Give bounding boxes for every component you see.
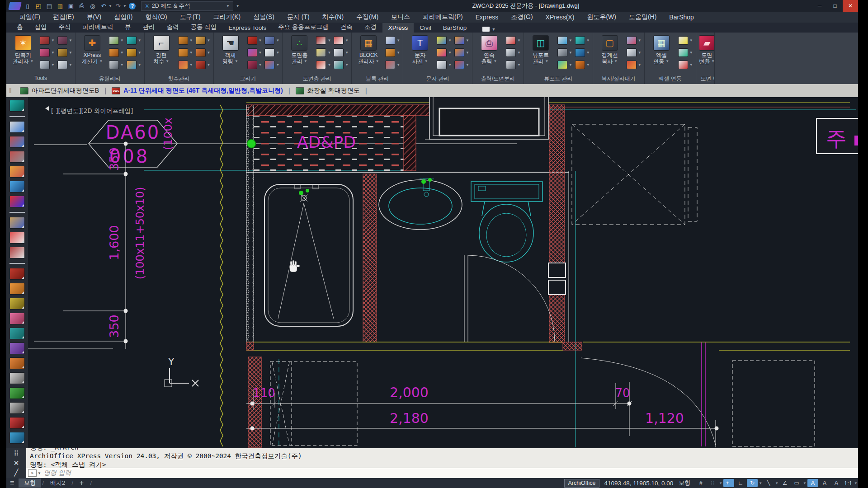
viewport-label[interactable]: [-][평면도][2D 와이어프레임] (45, 106, 133, 114)
slope-line-button[interactable]: ▼ (109, 60, 124, 70)
text-big-a-button[interactable]: ▼ (437, 60, 452, 70)
excel-export-button[interactable]: ▼ (678, 47, 693, 57)
chevron-down-icon[interactable]: ▼ (719, 481, 722, 485)
ribbon-tab-삽입[interactable]: 삽입 (29, 22, 53, 33)
ribbon-tab-주요응용프로그램[interactable]: 주요 응용프로그램 (272, 22, 335, 33)
text-edit-button[interactable]: ▼ (437, 35, 452, 45)
tile-tool-icon[interactable] (9, 432, 25, 444)
annotation-auto-icon[interactable]: A (819, 479, 830, 487)
menu-item-뷰V[interactable]: 뷰(V) (81, 12, 108, 22)
purple-lines-button[interactable]: ▼ (247, 47, 262, 57)
vp-ruler-button[interactable]: ▼ (557, 47, 572, 57)
red-block-icon[interactable] (9, 268, 25, 280)
ribbon-tab-조경[interactable]: 조경 (359, 22, 382, 33)
layer-red-sheet-button[interactable]: ▼ (316, 60, 331, 70)
number-tool-icon[interactable] (9, 372, 25, 384)
ribbon-tab-출력[interactable]: 출력 (161, 22, 185, 33)
spectrum-icon[interactable] (9, 196, 25, 207)
close-button[interactable]: ✕ (843, 0, 858, 12)
annotation-visibility-icon[interactable]: A (807, 479, 818, 487)
snowflake-icon[interactable] (9, 181, 25, 192)
menu-item-심볼S[interactable]: 심볼(S) (247, 12, 280, 22)
dim-arrow-button[interactable]: ▼ (196, 47, 211, 57)
picture-copy-button[interactable]: ▼ (627, 35, 642, 45)
object-track-icon[interactable]: ▭ (791, 479, 802, 487)
paint-block-button[interactable]: ▼ (40, 47, 55, 57)
orange-tool-icon[interactable] (9, 357, 25, 369)
tab-layout2[interactable]: 배치2 (45, 479, 71, 488)
tab-model[interactable]: 모형 (19, 479, 41, 488)
ribbon-tab-파라메트릭[interactable]: 파라메트릭 (77, 22, 119, 33)
purple-tool-icon[interactable] (9, 343, 25, 354)
knife-button[interactable]: ▼ (57, 47, 72, 57)
layer-manage-button[interactable]: ∴도면층관리▼ (285, 35, 313, 65)
document-tab-3[interactable]: 화장실 확대평면도 (290, 84, 365, 97)
text-abc-button[interactable]: ▼ (454, 47, 469, 57)
minimize-button[interactable]: ─ (812, 0, 827, 12)
menu-item-문자T[interactable]: 문자 (T) (281, 12, 316, 22)
chevron-down-icon[interactable]: ▼ (759, 481, 762, 485)
ribbon-tab-관리[interactable]: 관리 (137, 22, 161, 33)
display-order-icon[interactable] (9, 100, 25, 112)
excel-link-button[interactable]: ▦엑셀연동▼ (647, 35, 675, 65)
menu-item-도움말H[interactable]: 도움말(H) (623, 12, 662, 22)
grip-point[interactable] (247, 140, 256, 148)
text-find-button[interactable]: ▼ (454, 60, 469, 70)
table-tool-icon[interactable] (9, 387, 25, 399)
hatch-edit-icon[interactable] (9, 151, 25, 163)
space-mode-label[interactable]: 모형 (679, 479, 690, 487)
hamburger-menu-icon[interactable]: ≡ (10, 479, 14, 487)
document-tab-2[interactable]: DWGA-11 단위세대 평면도 (46T 측세대형,일반형,측발코니형) (106, 84, 288, 97)
menu-item-도구T[interactable]: 도구(T) (174, 12, 207, 22)
excel-edit-button[interactable]: ▼ (678, 35, 693, 45)
molecule-button[interactable]: ▼ (127, 60, 142, 70)
chevron-down-icon[interactable]: ▼ (775, 481, 778, 485)
boundary-copy-button[interactable]: ▢경계선복사▼ (596, 35, 624, 65)
menu-item-XPressX[interactable]: XPress(X) (540, 13, 580, 22)
file-convert-icon[interactable] (9, 121, 25, 133)
stair-tool-icon[interactable] (9, 402, 25, 414)
maximize-button[interactable]: □ (827, 0, 843, 12)
drawing-canvas[interactable]: [-][평면도][2D 와이어프레임] DA60 008 (100x (28, 97, 858, 448)
copy-icon[interactable]: ▣ (66, 1, 76, 10)
archioffice-badge[interactable]: ArchiOffice (564, 479, 600, 488)
qat-customize-icon[interactable]: ▼ (236, 4, 240, 8)
block-window-button[interactable]: ▼ (385, 35, 400, 45)
customize-cmd-icon[interactable]: ╱ (14, 469, 18, 477)
menu-item-치수N[interactable]: 치수(N) (316, 12, 349, 22)
chevron-down-icon[interactable]: ▼ (123, 4, 127, 8)
undo-icon[interactable]: ↶ (99, 1, 108, 10)
dim-bed-button[interactable]: ▼ (178, 47, 193, 57)
layer-books-button[interactable]: ▼ (316, 35, 331, 45)
menu-item-윈도우W[interactable]: 윈도우(W) (581, 12, 622, 22)
angle-icon[interactable]: ∠ (779, 479, 790, 487)
annotation-scale-button[interactable]: 1:1▼ (844, 480, 858, 487)
rail-tool-icon[interactable] (9, 247, 25, 258)
snap-icon[interactable]: ∷ (707, 479, 718, 487)
command-history[interactable]: 명령: _ArArch ArchiOffice XPress Version 2… (26, 448, 858, 468)
pdf-export-button[interactable]: ▼ (506, 35, 521, 45)
chevron-down-icon[interactable]: ▼ (803, 481, 807, 485)
layer-sheets-button[interactable]: ▼ (334, 47, 349, 57)
text-style-button[interactable]: ▼ (437, 47, 452, 57)
layer-off-button[interactable]: ▼ (334, 35, 349, 45)
document-tab-1[interactable]: 아파트단위세대평면도B (14, 84, 104, 97)
dim-horizontal-button[interactable]: ▼ (178, 35, 193, 45)
command-prompt-icon[interactable]: >▼ (28, 469, 41, 477)
menu-item-삽입I[interactable]: 삽입(I) (108, 12, 138, 22)
annotation-scale-icon[interactable]: A (831, 479, 842, 487)
ribbon-tab-뷰[interactable]: 뷰 (119, 22, 137, 33)
menu-item-그리기K[interactable]: 그리기(K) (208, 12, 247, 22)
red-frame-button[interactable]: ▼ (247, 35, 262, 45)
ribbon-tab-BarShop[interactable]: BarShop (437, 23, 473, 33)
new-file-icon[interactable]: ▯ (23, 1, 33, 10)
ref-compare-icon[interactable] (9, 136, 25, 148)
xpress-calculator-button[interactable]: ✚XPress계산기▼ (78, 35, 106, 65)
object-command-button[interactable]: ☚객체명령▼ (217, 35, 245, 65)
object-snap-icon[interactable]: ╲ (763, 479, 774, 487)
polygon-area-button[interactable]: ▼ (127, 47, 142, 57)
red-rail-button[interactable]: ▼ (264, 60, 279, 70)
viewport-manager-button[interactable]: ◫뷰포트관리▼ (527, 35, 555, 65)
preview-icon[interactable]: ◎ (88, 1, 98, 10)
text-dictionary-button[interactable]: T문자사전▼ (406, 35, 434, 65)
